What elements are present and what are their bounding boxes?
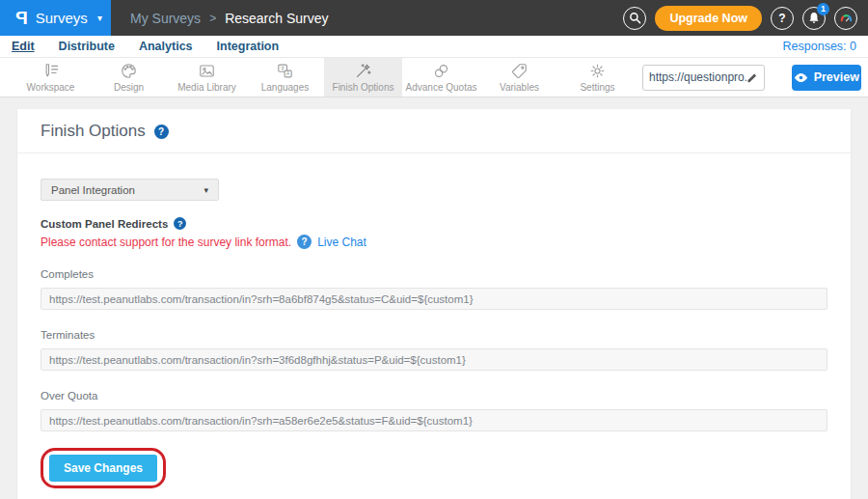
support-notice-row: Please contact support for the survey li… — [41, 235, 827, 249]
profile-gauge-button[interactable] — [834, 7, 857, 30]
highlight-annotation: Save Changes — [41, 448, 166, 488]
breadcrumb-current-survey: Research Survey — [225, 11, 328, 26]
page-title: Finish Options — [41, 122, 146, 141]
question-mark-icon: ? — [177, 219, 183, 229]
toolbar-tab-design[interactable]: Design — [90, 58, 168, 97]
help-icon[interactable]: ? — [174, 217, 186, 230]
toolbar-tab-label: Design — [114, 82, 144, 93]
finish-option-type-dropdown[interactable]: Panel Integration ▾ — [41, 179, 219, 201]
field-label-over-quota: Over Quota — [41, 390, 827, 402]
toolbar-tab-label: Advance Quotas — [406, 82, 477, 93]
support-notice-text: Please contact support for the survey li… — [41, 236, 291, 249]
toolbar-tab-variables[interactable]: Variables — [480, 58, 558, 97]
section-heading: Custom Panel Redirects — [41, 218, 168, 230]
notifications-button[interactable]: 1 — [802, 7, 826, 30]
topbar-actions: Upgrade Now ? 1 — [623, 6, 868, 31]
toolbar-tab-languages[interactable]: Ŧ A Languages — [246, 58, 324, 97]
question-mark-icon: ? — [778, 12, 785, 25]
toolbar-tab-label: Workspace — [27, 82, 75, 93]
upgrade-now-button[interactable]: Upgrade Now — [655, 6, 762, 31]
edit-pencil-icon[interactable] — [746, 71, 758, 84]
languages-icon: Ŧ A — [276, 62, 294, 80]
product-switcher[interactable]: P Surveys ▾ — [0, 0, 111, 36]
toolbar-tab-label: Settings — [580, 82, 614, 93]
completes-url-input[interactable] — [41, 288, 827, 310]
toolbar-tab-label: Languages — [261, 82, 310, 93]
dropdown-selected-value: Panel Integration — [51, 184, 135, 196]
live-chat-icon[interactable]: ? — [297, 235, 312, 249]
help-icon[interactable]: ? — [154, 125, 169, 139]
breadcrumb: My Surveys > Research Survey — [130, 11, 329, 26]
responses-count[interactable]: Responses: 0 — [783, 40, 856, 53]
svg-text:A: A — [286, 70, 290, 76]
question-mark-icon: ? — [302, 236, 308, 247]
settings-icon — [588, 62, 607, 80]
question-mark-icon: ? — [158, 126, 164, 137]
save-row: Save Changes — [41, 448, 827, 488]
toolbar-tab-finish-options[interactable]: Finish Options — [324, 58, 402, 97]
redirect-field-terminates: Terminates — [41, 329, 827, 371]
eye-icon — [794, 72, 808, 83]
save-changes-button[interactable]: Save Changes — [49, 455, 157, 482]
questionpro-logo: P — [15, 9, 28, 27]
finish-options-icon — [354, 62, 372, 80]
card-body: Panel Integration ▾ Custom Panel Redirec… — [17, 179, 851, 488]
page-content: Finish Options ? Panel Integration ▾ Cus… — [0, 97, 868, 499]
media-library-icon — [198, 62, 216, 80]
gauge-icon — [839, 11, 854, 25]
preview-button[interactable]: Preview — [792, 65, 861, 91]
live-chat-link[interactable]: Live Chat — [317, 236, 366, 249]
survey-url-field — [642, 65, 765, 91]
breadcrumb-my-surveys[interactable]: My Surveys — [130, 11, 201, 26]
finish-options-card: Finish Options ? Panel Integration ▾ Cus… — [17, 109, 851, 499]
product-name: Surveys — [36, 10, 88, 26]
toolbar-tab-label: Media Library — [177, 82, 236, 93]
workspace-icon — [41, 62, 60, 80]
over-quota-url-input[interactable] — [41, 409, 827, 431]
toolbar-tab-media-library[interactable]: Media Library — [168, 58, 246, 97]
notification-badge: 1 — [817, 3, 829, 15]
search-icon — [629, 12, 641, 24]
survey-url-input[interactable] — [649, 70, 746, 84]
field-label-completes: Completes — [41, 268, 827, 280]
toolbar-tab-settings[interactable]: Settings — [558, 58, 637, 97]
edit-toolbar: Workspace Design Media Library Ŧ A Langu… — [0, 58, 868, 97]
breadcrumb-separator-icon: > — [209, 12, 216, 25]
preview-label: Preview — [814, 70, 859, 84]
toolbar-tab-label: Finish Options — [333, 82, 394, 93]
survey-mode-nav: Edit Distribute Analytics Integration Re… — [0, 36, 868, 58]
svg-text:Ŧ: Ŧ — [281, 66, 285, 71]
nav-tab-analytics[interactable]: Analytics — [139, 40, 193, 53]
nav-tab-integration[interactable]: Integration — [217, 40, 280, 53]
design-icon — [120, 62, 138, 80]
toolbar-tab-advance-quotas[interactable]: Advance Quotas — [402, 58, 480, 97]
help-button[interactable]: ? — [771, 7, 794, 30]
chevron-down-icon: ▾ — [203, 185, 208, 195]
chevron-down-icon: ▾ — [97, 13, 102, 23]
advance-quotas-icon — [432, 62, 450, 80]
search-button[interactable] — [623, 7, 646, 30]
top-navigation-bar: P Surveys ▾ My Surveys > Research Survey… — [0, 0, 868, 36]
nav-tab-distribute[interactable]: Distribute — [59, 40, 115, 53]
toolbar-tab-label: Variables — [500, 82, 539, 93]
toolbar-tab-workspace[interactable]: Workspace — [12, 58, 90, 97]
section-heading-row: Custom Panel Redirects ? — [41, 217, 827, 230]
field-label-terminates: Terminates — [41, 329, 827, 341]
redirect-field-over-quota: Over Quota — [41, 390, 827, 431]
variables-icon — [510, 62, 529, 80]
nav-tab-edit[interactable]: Edit — [12, 40, 35, 53]
card-header: Finish Options ? — [17, 109, 851, 153]
terminates-url-input[interactable] — [41, 348, 827, 371]
redirect-field-completes: Completes — [41, 268, 827, 310]
